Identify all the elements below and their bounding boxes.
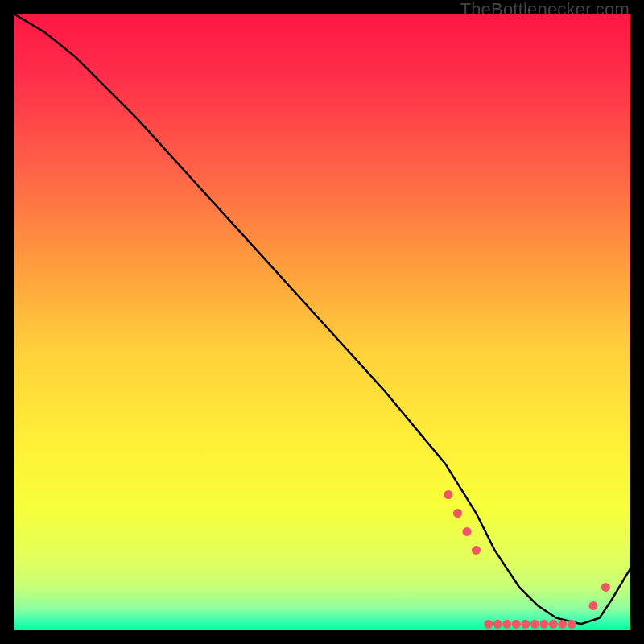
chart-svg — [14, 14, 630, 630]
data-marker — [568, 620, 576, 629]
data-marker — [444, 490, 453, 499]
plot-area — [14, 14, 630, 630]
data-marker — [493, 620, 502, 629]
data-marker — [463, 527, 472, 536]
data-marker — [530, 620, 539, 629]
data-marker — [601, 583, 610, 592]
markers-group — [444, 490, 610, 629]
data-marker — [549, 620, 558, 629]
data-marker — [512, 620, 521, 629]
data-marker — [502, 620, 511, 629]
data-marker — [484, 620, 493, 629]
data-marker — [472, 546, 481, 555]
curve-line — [14, 14, 630, 624]
data-marker — [539, 620, 548, 629]
data-marker — [521, 620, 530, 629]
data-marker — [589, 601, 598, 610]
chart-container: TheBottlenecker.com — [0, 0, 644, 644]
data-marker — [558, 620, 567, 629]
data-marker — [453, 509, 462, 518]
